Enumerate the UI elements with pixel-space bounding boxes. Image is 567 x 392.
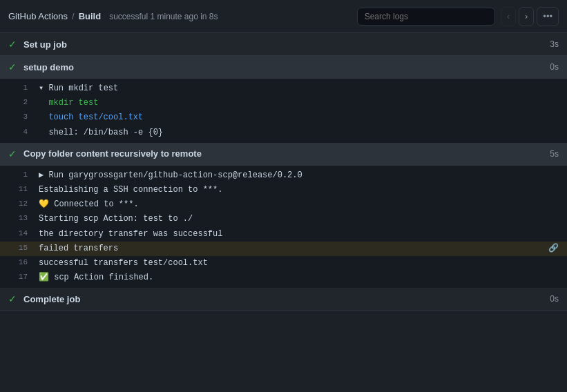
line-text: the directory transfer was successful (39, 228, 559, 241)
line-number: 11 (8, 184, 28, 196)
log-line[interactable]: 17 ✅ scp Action finished. (0, 271, 567, 285)
section-time-copy-folder: 5s (550, 149, 559, 159)
section-time-setup-demo: 0s (550, 62, 559, 72)
section-time-complete-job: 0s (550, 294, 559, 304)
header-controls: ‹ › ••• (501, 7, 559, 26)
section-complete-job[interactable]: ✓ Complete job 0s (0, 288, 567, 311)
log-lines-setup-demo: 1 ▾ Run mkdir test 2 mkdir test 3 touch … (0, 79, 567, 143)
header-bar: GitHub Actions / Build successful 1 minu… (0, 0, 567, 33)
link-icon[interactable]: 🔗 (548, 242, 559, 255)
log-line[interactable]: 14 the directory transfer was successful (0, 227, 567, 242)
header-title: GitHub Actions / Build successful 1 minu… (8, 11, 357, 21)
breadcrumb-github-actions: GitHub Actions (8, 11, 68, 21)
log-line[interactable]: 1 ▾ Run mkdir test (0, 81, 567, 96)
line-text: shell: /bin/bash -e {0} (39, 126, 559, 139)
section-setup-job[interactable]: ✓ Set up job 3s (0, 33, 567, 56)
line-number: 4 (8, 126, 28, 139)
more-button[interactable]: ••• (537, 7, 559, 26)
line-text: ✅ scp Action finished. (39, 271, 559, 284)
section-time-setup-job: 3s (550, 39, 559, 49)
section-setup-demo[interactable]: ✓ setup demo 0s (0, 56, 567, 79)
app-container: GitHub Actions / Build successful 1 minu… (0, 0, 567, 392)
section-label-copy-folder: Copy folder content recursively to remot… (23, 148, 550, 159)
line-text: mkdir test (39, 97, 559, 110)
check-icon-copy-folder: ✓ (8, 148, 17, 159)
check-icon-setup-demo: ✓ (8, 61, 17, 72)
line-number: 1 (8, 82, 28, 95)
line-number: 12 (8, 198, 28, 210)
section-label-complete-job: Complete job (23, 294, 550, 304)
line-text: failed transfers (39, 242, 559, 255)
log-line[interactable]: 16 successful transfers test/cool.txt (0, 256, 567, 271)
line-text: ▶ Run garygrossgarten/github-action-scp@… (39, 169, 559, 182)
line-number: 15 (8, 242, 28, 255)
breadcrumb-build: Build (79, 11, 102, 21)
line-number: 2 (8, 97, 28, 109)
log-line[interactable]: 1 ▶ Run garygrossgarten/github-action-sc… (0, 168, 567, 183)
log-lines-copy-folder: 1 ▶ Run garygrossgarten/github-action-sc… (0, 166, 567, 288)
log-content-area: ✓ Set up job 3s ✓ setup demo 0s 1 ▾ Run … (0, 33, 567, 392)
line-number: 16 (8, 257, 28, 269)
log-line[interactable]: 4 shell: /bin/bash -e {0} (0, 126, 567, 140)
breadcrumb-separator: / (72, 11, 75, 21)
line-number: 14 (8, 228, 28, 240)
line-text: successful transfers test/cool.txt (39, 257, 559, 270)
line-number: 3 (8, 111, 28, 124)
log-line[interactable]: 2 mkdir test (0, 96, 567, 110)
line-text: Establishing a SSH connection to ***. (39, 184, 559, 197)
build-status: successful 1 minute ago in 8s (109, 12, 218, 21)
prev-button[interactable]: ‹ (501, 7, 516, 26)
log-line-highlighted[interactable]: 15 failed transfers 🔗 (0, 242, 567, 256)
line-number: 13 (8, 213, 28, 225)
log-line[interactable]: 3 touch test/cool.txt (0, 110, 567, 125)
check-icon-complete-job: ✓ (8, 293, 17, 304)
check-icon-setup-job: ✓ (8, 39, 17, 50)
log-line[interactable]: 11 Establishing a SSH connection to ***. (0, 183, 567, 197)
line-text: touch test/cool.txt (39, 111, 559, 124)
section-label-setup-demo: setup demo (23, 62, 550, 72)
line-text: Starting scp Action: test to ./ (39, 213, 559, 226)
section-label-setup-job: Set up job (23, 39, 550, 50)
log-line[interactable]: 12 💛 Connected to ***. (0, 197, 567, 212)
line-number: 1 (8, 169, 28, 182)
line-text: 💛 Connected to ***. (39, 198, 559, 211)
section-copy-folder[interactable]: ✓ Copy folder content recursively to rem… (0, 143, 567, 166)
next-button[interactable]: › (519, 7, 534, 26)
search-logs-input[interactable] (357, 8, 495, 26)
line-text: ▾ Run mkdir test (39, 82, 559, 95)
log-line[interactable]: 13 Starting scp Action: test to ./ (0, 212, 567, 226)
line-number: 17 (8, 271, 28, 284)
